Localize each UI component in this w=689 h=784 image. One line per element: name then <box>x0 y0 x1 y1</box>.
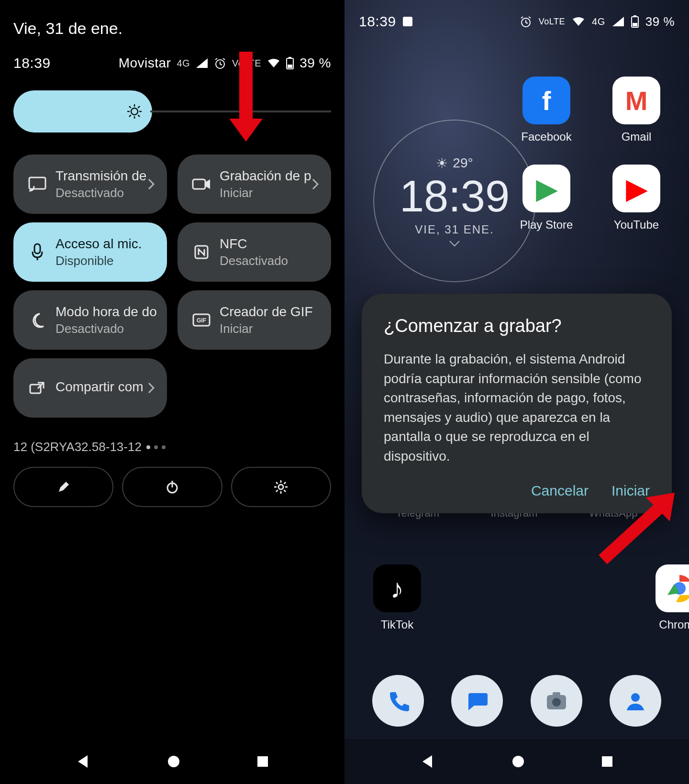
svg-rect-7 <box>34 244 40 254</box>
svg-rect-21 <box>633 23 637 26</box>
battery-icon <box>286 57 294 69</box>
app-chrome[interactable]: Chrome <box>656 564 689 631</box>
dock-camera[interactable] <box>531 675 582 727</box>
battery-percent: 39 % <box>645 14 675 29</box>
panel-date: Vie, 31 de ene. <box>13 19 331 38</box>
alarm-icon <box>520 15 532 28</box>
app-label: Chrome <box>659 618 689 631</box>
widget-temp: 29° <box>453 155 473 171</box>
quick-settings-panel: Vie, 31 de ene. 18:39 Movistar 4G VoLTE … <box>0 0 344 784</box>
app-youtube[interactable]: ▶YouTube <box>600 165 673 232</box>
tile-title: Acceso al mic. <box>56 236 156 252</box>
nav-bar <box>0 739 344 784</box>
tile-subtitle: Desactivado <box>220 254 321 268</box>
nav-home[interactable] <box>511 754 525 769</box>
nav-back[interactable] <box>75 753 91 770</box>
nav-recent[interactable] <box>256 755 269 768</box>
app-facebook[interactable]: fFacebook <box>510 77 583 144</box>
signal-icon <box>196 58 208 68</box>
brightness-icon <box>126 103 143 120</box>
nav-back[interactable] <box>420 753 436 770</box>
svg-rect-26 <box>553 692 560 696</box>
svg-rect-29 <box>602 756 612 767</box>
nfc-icon <box>191 244 212 260</box>
qs-tile-cast[interactable]: Transmisión deDesactivado <box>13 155 167 214</box>
tile-subtitle: Iniciar <box>220 321 321 336</box>
qs-tile-share[interactable]: Compartir com <box>13 358 167 418</box>
svg-point-14 <box>278 485 283 489</box>
tile-title: Compartir com <box>56 379 148 395</box>
edit-tiles-button[interactable] <box>13 467 113 507</box>
dialog-start-button[interactable]: Iniciar <box>611 483 650 499</box>
network-label: 4G <box>592 16 605 27</box>
bedtime-icon <box>27 312 48 328</box>
chevron-right-icon <box>312 178 321 190</box>
status-bar: 18:39 Movistar 4G VoLTE 39 % <box>13 55 331 71</box>
facebook-icon: f <box>522 77 570 124</box>
dock-contacts[interactable] <box>610 675 661 727</box>
signal-icon <box>612 16 624 27</box>
power-button[interactable] <box>122 467 222 507</box>
gif-icon: GIF <box>191 313 212 327</box>
svg-rect-16 <box>257 756 268 767</box>
app-label: Play Store <box>520 218 573 232</box>
build-label: 12 (S2RYA32.58-13-12 <box>13 440 142 454</box>
home-screen: 18:39 VoLTE 4G 39 % ☀29° 18:39 VIE, 31 E… <box>344 0 689 784</box>
svg-point-27 <box>631 693 640 702</box>
dialog-title: ¿Comenzar a grabar? <box>384 316 650 336</box>
tile-title: Grabación de p <box>220 168 312 184</box>
dialog-body: Durante la grabación, el sistema Android… <box>384 350 650 466</box>
svg-point-15 <box>168 756 179 767</box>
qs-tile-mic[interactable]: Acceso al mic.Disponible <box>13 222 167 282</box>
app-label: Gmail <box>622 130 652 144</box>
cast-icon <box>27 177 48 192</box>
svg-rect-6 <box>193 179 205 189</box>
svg-rect-17 <box>403 17 412 26</box>
svg-rect-2 <box>289 57 291 58</box>
app-gmail[interactable]: MGmail <box>600 77 673 144</box>
dock <box>344 675 689 727</box>
app-tiktok[interactable]: ♪ TikTok <box>373 564 421 631</box>
weather-sun-icon: ☀ <box>436 155 448 171</box>
dock-messages[interactable] <box>451 675 503 727</box>
app-label: Facebook <box>521 130 571 144</box>
app-label: TikTok <box>381 618 413 631</box>
qs-tile-gif[interactable]: GIFCreador de GIFIniciar <box>178 290 331 350</box>
mic-icon <box>27 243 48 261</box>
dock-phone[interactable] <box>372 675 424 727</box>
svg-text:GIF: GIF <box>197 317 206 324</box>
share-icon <box>27 381 48 395</box>
qs-tile-nfc[interactable]: NFCDesactivado <box>178 222 331 282</box>
qs-tile-bedtime[interactable]: Modo hora de dorDesactivado <box>13 290 167 350</box>
nav-home[interactable] <box>167 754 181 769</box>
battery-percent: 39 % <box>300 55 331 71</box>
status-time: 18:39 <box>359 13 396 30</box>
screenrecord-indicator-icon <box>402 16 413 27</box>
status-bar: 18:39 VoLTE 4G 39 % <box>344 0 689 30</box>
gmail-icon: M <box>612 77 660 124</box>
chevron-down-icon <box>449 240 460 247</box>
network-label: 4G <box>177 58 190 69</box>
alarm-icon <box>214 57 226 69</box>
tile-title: Creador de GIF <box>220 304 321 320</box>
brightness-slider[interactable] <box>13 90 331 133</box>
wifi-icon <box>572 16 585 27</box>
tile-subtitle: Desactivado <box>56 186 148 200</box>
volte-icon: VoLTE <box>232 58 261 69</box>
nav-recent[interactable] <box>600 755 614 768</box>
qs-tile-record[interactable]: Grabación de pIniciar <box>178 155 331 214</box>
app-play-store[interactable]: ▶Play Store <box>510 165 583 232</box>
volte-icon: VoLTE <box>539 17 565 27</box>
svg-point-4 <box>131 108 138 115</box>
tile-subtitle: Desactivado <box>56 321 156 336</box>
status-time: 18:39 <box>13 55 51 71</box>
widget-time: 18:39 <box>400 174 510 218</box>
dialog-cancel-button[interactable]: Cancelar <box>531 483 589 499</box>
app-label: YouTube <box>614 218 659 232</box>
tiktok-icon: ♪ <box>373 564 421 612</box>
widget-date: VIE, 31 ENE. <box>415 223 494 236</box>
settings-button[interactable] <box>231 467 331 507</box>
carrier-label: Movistar <box>119 55 171 71</box>
record-icon <box>191 177 212 191</box>
nav-bar <box>344 739 689 784</box>
